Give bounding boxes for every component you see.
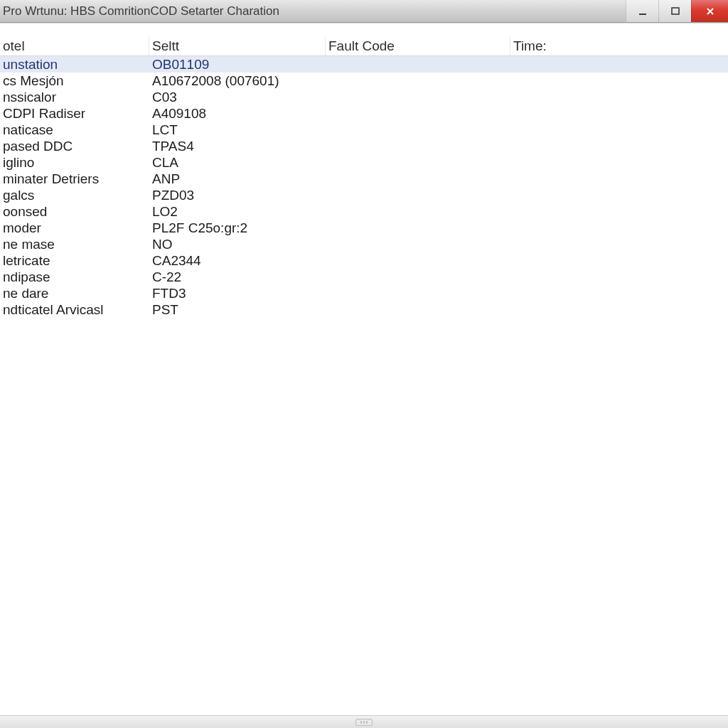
table-cell: CLA: [149, 154, 326, 171]
table-cell: [510, 269, 728, 285]
window-titlebar: Pro Wrtunu: HBS ComritionCOD Setarter Ch…: [0, 0, 728, 23]
table-cell: C-22: [149, 269, 326, 285]
maximize-button[interactable]: [658, 0, 691, 22]
table-cell: nssicalor: [0, 89, 149, 105]
column-header[interactable]: otel: [0, 36, 149, 55]
table-row[interactable]: nssicalorC03: [0, 89, 728, 105]
minimize-icon: [638, 6, 648, 16]
table-cell: CDPI Radiser: [0, 105, 149, 122]
horizontal-scrollbar[interactable]: [0, 715, 728, 728]
table-cell: [510, 154, 728, 171]
table-row[interactable]: unstationOB01109: [0, 56, 728, 73]
svg-rect-0: [639, 14, 646, 15]
table-cell: [510, 73, 728, 89]
table-cell: letricate: [0, 252, 149, 269]
table-cell: C03: [149, 89, 326, 105]
table-cell: LO2: [149, 203, 326, 220]
table-row[interactable]: letricateCA2344: [0, 252, 728, 269]
table-cell: [326, 56, 510, 73]
table-cell: oonsed: [0, 203, 149, 220]
table-cell: ANP: [149, 171, 326, 187]
table-cell: PL2F C25o:gr:2: [149, 220, 326, 236]
table-cell: [510, 122, 728, 138]
table-cell: [326, 187, 510, 203]
table-row[interactable]: ndipaseC-22: [0, 269, 728, 285]
table-cell: [326, 203, 510, 220]
table-cell: PZD03: [149, 187, 326, 203]
table-cell: moder: [0, 220, 149, 236]
table-cell: [326, 138, 510, 154]
table-cell: [326, 105, 510, 122]
table-cell: [510, 187, 728, 203]
close-button[interactable]: [691, 0, 728, 22]
table-cell: [326, 301, 510, 318]
table-row[interactable]: galcsPZD03: [0, 187, 728, 203]
table-row[interactable]: naticaseLCT: [0, 122, 728, 138]
table-cell: [326, 252, 510, 269]
column-header-row: otel Seltt Fault Code Time:: [0, 36, 728, 56]
column-header[interactable]: Seltt: [149, 36, 326, 55]
table-cell: ne dare: [0, 285, 149, 301]
window-title: Pro Wrtunu: HBS ComritionCOD Setarter Ch…: [0, 4, 279, 18]
window-controls: [626, 0, 728, 22]
table-cell: ndticatel Arvicasl: [0, 301, 149, 318]
table-cell: cs Mesjón: [0, 73, 149, 89]
table-cell: A10672008 (007601): [149, 73, 326, 89]
table-cell: TPAS4: [149, 138, 326, 154]
svg-rect-1: [672, 8, 679, 14]
table-cell: [326, 220, 510, 236]
table-row[interactable]: moderPL2F C25o:gr:2: [0, 220, 728, 236]
table-cell: NO: [149, 236, 326, 252]
table-cell: [326, 122, 510, 138]
table-cell: [510, 171, 728, 187]
minimize-button[interactable]: [626, 0, 658, 22]
table-row[interactable]: minater DetriersANP: [0, 171, 728, 187]
table-row[interactable]: ne dareFTD3: [0, 285, 728, 301]
table-cell: OB01109: [149, 56, 326, 73]
table-cell: minater Detriers: [0, 171, 149, 187]
table-cell: [510, 89, 728, 105]
table-row[interactable]: cs MesjónA10672008 (007601): [0, 73, 728, 89]
table-cell: [326, 154, 510, 171]
table-cell: [510, 203, 728, 220]
table-cell: pased DDC: [0, 138, 149, 154]
table-cell: [510, 236, 728, 252]
table-cell: [510, 285, 728, 301]
table-cell: iglino: [0, 154, 149, 171]
table-cell: [326, 73, 510, 89]
table-row[interactable]: ne maseNO: [0, 236, 728, 252]
table-cell: CA2344: [149, 252, 326, 269]
table-cell: [510, 105, 728, 122]
table-cell: [510, 220, 728, 236]
table-row[interactable]: oonsedLO2: [0, 203, 728, 220]
table-cell: A409108: [149, 105, 326, 122]
table-cell: LCT: [149, 122, 326, 138]
close-icon: [705, 6, 715, 16]
column-header[interactable]: Time:: [510, 36, 728, 55]
table-cell: [510, 56, 728, 73]
table-cell: FTD3: [149, 285, 326, 301]
maximize-icon: [670, 6, 680, 16]
table-cell: [326, 89, 510, 105]
table-cell: [510, 252, 728, 269]
table-row[interactable]: pased DDCTPAS4: [0, 138, 728, 154]
table-cell: [510, 138, 728, 154]
table-cell: [326, 269, 510, 285]
table-cell: PST: [149, 301, 326, 318]
table-cell: naticase: [0, 122, 149, 138]
table-cell: [326, 285, 510, 301]
table-row[interactable]: ndticatel ArvicaslPST: [0, 301, 728, 318]
scrollbar-grip-icon: [355, 719, 373, 726]
table-cell: ndipase: [0, 269, 149, 285]
table-cell: [326, 171, 510, 187]
table-body: unstationOB01109cs MesjónA10672008 (0076…: [0, 56, 728, 318]
client-area: otel Seltt Fault Code Time: unstationOB0…: [0, 23, 728, 715]
table-cell: unstation: [0, 56, 149, 73]
table-row[interactable]: CDPI RadiserA409108: [0, 105, 728, 122]
table-cell: [510, 301, 728, 318]
column-header[interactable]: Fault Code: [326, 36, 510, 55]
table-cell: [326, 236, 510, 252]
table-row[interactable]: iglinoCLA: [0, 154, 728, 171]
table-cell: ne mase: [0, 236, 149, 252]
table-cell: galcs: [0, 187, 149, 203]
